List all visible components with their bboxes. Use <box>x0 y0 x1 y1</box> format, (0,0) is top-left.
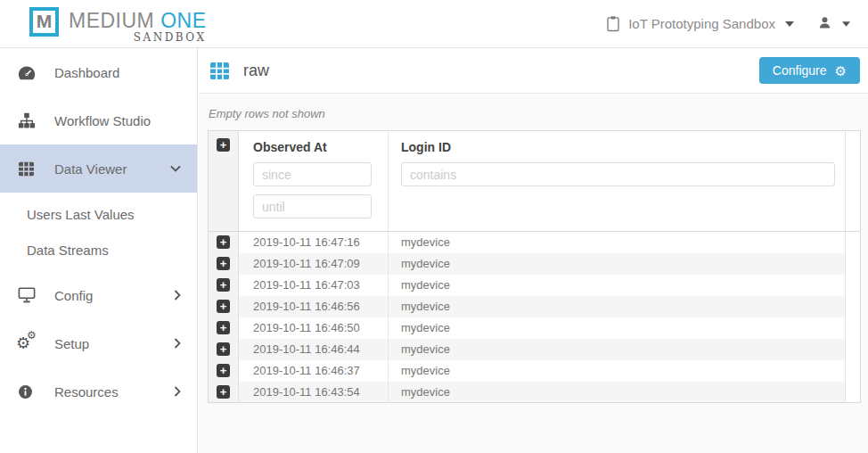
sidebar-item-label: Setup <box>54 336 89 351</box>
login-id-cell: mydevice <box>389 317 846 339</box>
brand-name-accent: ONE <box>160 9 206 32</box>
expand-row-button[interactable]: + <box>217 321 230 334</box>
sidebar-item-dashboard[interactable]: Dashboard <box>0 48 197 96</box>
sidebar-item-resources[interactable]: Resources <box>0 367 197 416</box>
page-title: raw <box>243 62 269 80</box>
scrollbar-gutter <box>846 131 861 232</box>
until-filter-input[interactable] <box>253 194 372 218</box>
observed-at-cell: 2019-10-11 16:46:56 <box>239 296 389 317</box>
sidebar-item-data-streams[interactable]: Data Streams <box>0 232 197 268</box>
column-header-observed-at: Observed At <box>253 140 387 154</box>
gauge-icon <box>18 65 37 80</box>
table-row: +2019-10-11 16:46:50mydevice <box>209 317 861 339</box>
clipboard-icon <box>606 15 620 32</box>
user-menu[interactable] <box>817 15 850 33</box>
expand-all-button[interactable]: + <box>217 138 230 152</box>
scrollbar-gutter <box>846 296 861 317</box>
sidebar-item-label: Users Last Values <box>27 207 135 222</box>
observed-at-cell: 2019-10-11 16:47:16 <box>239 232 389 253</box>
expand-row-button[interactable]: + <box>217 257 230 270</box>
table-icon <box>18 161 37 177</box>
login-id-cell: mydevice <box>389 382 846 403</box>
chevron-right-icon <box>174 338 181 349</box>
sidebar-item-users-last-values[interactable]: Users Last Values <box>0 196 197 232</box>
observed-at-cell: 2019-10-11 16:47:03 <box>239 275 389 296</box>
expand-row-button[interactable]: + <box>217 342 230 356</box>
workspace-caret-down-icon[interactable] <box>785 21 794 27</box>
workspace-selector-label[interactable]: IoT Prototyping Sandbox <box>628 16 775 31</box>
table-body: +2019-10-11 16:47:16mydevice+2019-10-11 … <box>209 232 861 403</box>
scrollbar-gutter <box>846 339 861 360</box>
observed-at-cell: 2019-10-11 16:43:54 <box>239 382 389 403</box>
scrollbar-gutter <box>846 275 861 296</box>
chevron-down-icon <box>170 165 181 172</box>
expand-row-button[interactable]: + <box>217 235 230 249</box>
gear-icon: ⚙ <box>835 64 847 78</box>
column-header-login-id: Login ID <box>401 140 844 154</box>
expand-row-button[interactable]: + <box>217 364 230 377</box>
chevron-right-icon <box>174 386 181 397</box>
scrollbar-gutter <box>846 232 861 253</box>
table-row: +2019-10-11 16:47:03mydevice <box>209 275 861 296</box>
scrollbar-gutter <box>846 360 861 382</box>
top-bar: M MEDIUM ONE SANDBOX IoT Prototyping San… <box>0 0 868 48</box>
table-row: +2019-10-11 16:43:54mydevice <box>209 382 861 403</box>
brand-logo[interactable]: M MEDIUM ONE SANDBOX <box>29 4 207 44</box>
scrollbar-gutter <box>846 317 861 339</box>
sidebar-item-data-viewer[interactable]: Data Viewer <box>0 144 197 193</box>
scrollbar-gutter <box>846 253 861 275</box>
info-icon <box>18 384 37 399</box>
expand-row-button[interactable]: + <box>217 278 230 292</box>
table-row: +2019-10-11 16:46:56mydevice <box>209 296 861 317</box>
table-row: +2019-10-11 16:47:16mydevice <box>209 232 861 253</box>
sidebar-item-label: Data Streams <box>27 243 109 258</box>
data-table: + Observed At Login ID +2019-10-11 16:47… <box>208 130 861 403</box>
logo-letter: M <box>37 11 53 32</box>
user-caret-down-icon <box>842 21 850 27</box>
observed-at-cell: 2019-10-11 16:46:37 <box>239 360 389 382</box>
top-bar-right: IoT Prototyping Sandbox <box>606 15 850 33</box>
user-icon <box>817 15 832 33</box>
sidebar-item-workflow-studio[interactable]: Workflow Studio <box>0 96 197 144</box>
login-id-cell: mydevice <box>389 296 846 317</box>
login-id-cell: mydevice <box>389 360 846 382</box>
scrollbar-gutter <box>846 382 861 403</box>
table-icon <box>209 62 230 80</box>
sidebar-item-label: Data Viewer <box>54 161 127 177</box>
login-id-cell: mydevice <box>389 232 846 253</box>
table-row: +2019-10-11 16:46:37mydevice <box>209 360 861 382</box>
table-row: +2019-10-11 16:46:44mydevice <box>209 339 861 360</box>
content-header: raw Configure ⚙ <box>199 48 868 94</box>
sidebar-item-label: Workflow Studio <box>54 113 151 128</box>
expand-row-button[interactable]: + <box>217 385 230 399</box>
login-id-cell: mydevice <box>389 253 846 275</box>
observed-at-cell: 2019-10-11 16:46:44 <box>239 339 389 360</box>
monitor-icon <box>18 287 37 303</box>
login-id-cell: mydevice <box>389 339 846 360</box>
sidebar: Dashboard Workflow Studio Data Viewe <box>0 48 198 453</box>
sidebar-item-label: Config <box>54 288 93 303</box>
sidebar-item-setup[interactable]: ⚙⚙ Setup <box>0 319 197 367</box>
brand-name: MEDIUM <box>69 9 154 32</box>
sidebar-item-config[interactable]: Config <box>0 271 197 319</box>
empty-rows-note: Empty rows not shown <box>209 107 868 120</box>
brand-text: MEDIUM ONE SANDBOX <box>69 4 207 44</box>
sidebar-item-label: Resources <box>54 384 119 399</box>
gears-icon: ⚙⚙ <box>18 334 37 353</box>
logo-mark: M <box>29 7 59 37</box>
login-id-cell: mydevice <box>389 275 846 296</box>
sitemap-icon <box>18 112 37 129</box>
expand-row-button[interactable]: + <box>217 300 230 313</box>
brand-subtitle: SANDBOX <box>69 32 207 44</box>
table-row: +2019-10-11 16:47:09mydevice <box>209 253 861 275</box>
since-filter-input[interactable] <box>253 162 372 186</box>
table-header: + Observed At Login ID <box>209 131 861 232</box>
chevron-right-icon <box>174 290 181 301</box>
observed-at-cell: 2019-10-11 16:47:09 <box>239 253 389 275</box>
sidebar-item-label: Dashboard <box>54 65 119 80</box>
main-content: raw Configure ⚙ Empty rows not shown + O… <box>199 48 868 453</box>
contains-filter-input[interactable] <box>401 162 835 186</box>
observed-at-cell: 2019-10-11 16:46:50 <box>239 317 389 339</box>
configure-button[interactable]: Configure ⚙ <box>759 57 860 84</box>
